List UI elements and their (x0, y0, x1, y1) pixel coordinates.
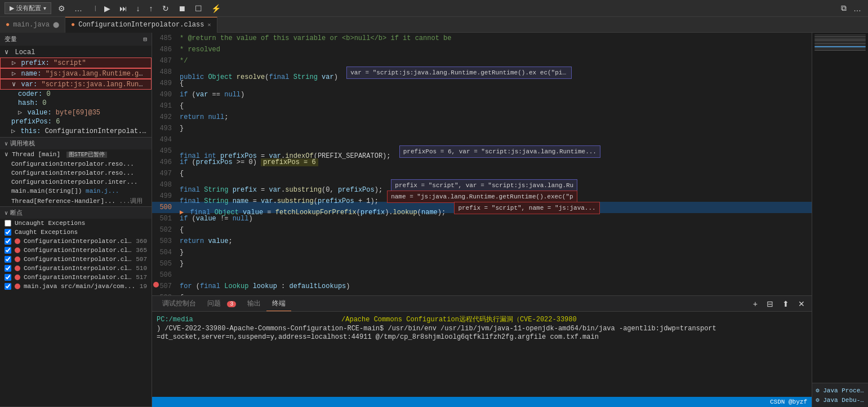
split-terminal-icon[interactable]: ⊟ (764, 298, 776, 309)
terminal-line-2: ) /CVE-2022-33980-Apache-Commons-Configu… (157, 325, 807, 333)
bp-item-0[interactable]: ConfigurationInterpolator.cl... 360 (0, 237, 152, 246)
restart-icon[interactable]: ↻ (160, 3, 171, 14)
toolbar-separator: | (94, 5, 97, 12)
debug-run-icon: ▶ (10, 5, 14, 12)
thread-item[interactable]: ∨ Thread [main] 图STEP已暂停 (0, 149, 152, 160)
local-section[interactable]: ∨ Local (0, 47, 152, 57)
line-502: 502 { (152, 224, 812, 236)
tab-config-class[interactable]: ● ConfigurationInterpolator.class ✕ (65, 17, 217, 33)
gear-icon[interactable]: ⚙ (56, 3, 68, 14)
stack-frame-1[interactable]: ConfigurationInterpolator.reso... (0, 169, 152, 178)
minimap-line (814, 39, 866, 41)
more-options-icon[interactable]: … (72, 3, 84, 14)
step-over-icon[interactable]: ⏭ (117, 3, 130, 14)
mute-breakpoints-icon[interactable]: ☐ (193, 3, 204, 14)
bp-check-3[interactable] (5, 265, 11, 272)
bp-item-2[interactable]: ConfigurationInterpolator.cl... 507 (0, 255, 152, 264)
java-debug-item-0[interactable]: ⚙ Java Debu---- (813, 395, 867, 405)
debug-val-500: prefix = "script", name = "js:java... (454, 202, 599, 214)
bp-item-1[interactable]: ConfigurationInterpolator.cl... 365 (0, 246, 152, 255)
var-hash[interactable]: hash: 0 (0, 99, 152, 108)
tab-dot-main: ● (6, 21, 10, 29)
var-coder[interactable]: coder: 0 (0, 90, 152, 99)
uncaught-checkbox[interactable] (5, 220, 11, 227)
terminal-content[interactable]: PC:/media /Apache Commons Configuration远… (152, 312, 812, 397)
terminal-label: 终端 (272, 300, 286, 308)
bp-check-2[interactable] (5, 256, 11, 263)
line-507: 507 for (final Lookup lookup : defaultLo… (152, 281, 812, 292)
new-terminal-icon[interactable]: + (751, 298, 760, 309)
step-into-icon[interactable]: ↓ (134, 3, 143, 14)
bp-line-0: 360 (136, 238, 147, 245)
bp-item-5[interactable]: main.java src/main/java/com... 19 (0, 282, 152, 291)
java-process-item-0[interactable]: ⚙ Java Proce---- (813, 386, 867, 395)
stop-icon[interactable]: ⏹ (176, 3, 188, 14)
left-panel: 变量 ⊟ ∨ Local ▷ prefix: "script" ▷ name: (0, 33, 152, 407)
tab-output[interactable]: 输出 (242, 297, 266, 311)
bp-check-0[interactable] (5, 238, 11, 245)
line-486: 486 * resolved (152, 44, 812, 55)
stack-frame-4[interactable]: Thread[Reference-Handler]... ...调用 (0, 196, 152, 206)
bp-line-2: 507 (136, 256, 147, 263)
line-501: 501 if (value != null) (152, 213, 812, 224)
code-view[interactable]: 485 * @return the value of this variable… (152, 33, 812, 295)
line-495: 495 final int prefixPos = var.indexOf(PR… (152, 145, 812, 157)
bp-item-4[interactable]: ConfigurationInterpolator.cl... 517 (0, 273, 152, 282)
minimap-line (814, 50, 866, 51)
var-value[interactable]: ▷ value: byte[69]@35 (0, 108, 152, 117)
bp-check-4[interactable] (5, 274, 11, 281)
bp-text-0: ConfigurationInterpolator.cl... (24, 238, 132, 245)
tab-close-config[interactable]: ✕ (207, 21, 211, 28)
callstack-section: ∨ 调用堆栈 ∨ Thread [main] 图STEP已暂停 Configur… (0, 138, 152, 207)
problems-badge: 3 (227, 301, 236, 307)
caught-exceptions[interactable]: Caught Exceptions (0, 228, 152, 237)
line-485: 485 * @return the value of this variable… (152, 33, 812, 44)
tab-problems[interactable]: 问题 3 (202, 297, 242, 311)
caught-checkbox[interactable] (5, 229, 11, 236)
code-lines: 485 * @return the value of this variable… (152, 33, 812, 295)
breakpoints-header[interactable]: ∨ 断点 (0, 207, 152, 219)
var-var[interactable]: ∨ var: "script:js:java.lang.Run..." (0, 79, 152, 90)
bp-item-3[interactable]: ConfigurationInterpolator.cl... 510 (0, 264, 152, 273)
collapse-vars-icon[interactable]: ⊟ (143, 36, 147, 43)
resume-icon[interactable]: ▶ (102, 3, 113, 14)
expand-value-icon: ▷ (18, 109, 22, 117)
bp-dot-4 (15, 275, 20, 280)
line-506: 506 (152, 269, 812, 281)
maximize-panel-icon[interactable]: ⬆ (780, 298, 791, 309)
minimap (812, 33, 868, 383)
uncaught-exceptions[interactable]: Uncaught Exceptions (0, 219, 152, 228)
stack-frame-3[interactable]: main.main(String[]) main.j... (0, 187, 152, 196)
minimap-line (814, 34, 866, 36)
bottom-tabs: 调试控制台 问题 3 输出 终端 + ⊟ ⬆ ✕ (152, 296, 812, 312)
close-panel-icon[interactable]: ✕ (796, 298, 807, 309)
line-505: 505 } (152, 258, 812, 269)
split-editor-icon[interactable]: ⧉ (839, 2, 849, 14)
tab-terminal[interactable]: 终端 (266, 297, 291, 311)
stack-frame-0[interactable]: ConfigurationInterpolator.reso... (0, 160, 152, 169)
callstack-header[interactable]: ∨ 调用堆栈 (0, 138, 152, 149)
bp-check-1[interactable] (5, 247, 11, 254)
run-config-btn[interactable]: ▶ 没有配置 ▾ (5, 2, 51, 14)
var-prefixpos[interactable]: prefixPos: 6 (0, 117, 152, 126)
var-prefix[interactable]: ▷ prefix: "script" (0, 57, 152, 68)
tab-main-java[interactable]: ● main.java ⬤ (0, 17, 65, 33)
bp-line-1: 365 (136, 247, 147, 254)
bp-check-5[interactable] (5, 283, 11, 290)
debug-val-498: prefix = "script", var = "script:js:java… (391, 179, 577, 192)
minimap-line (814, 41, 866, 42)
bp-indicator-507 (153, 282, 159, 287)
var-name[interactable]: ▷ name: "js:java.lang.Runtime.g..." (0, 68, 152, 79)
dropdown-arrow-icon: ▾ (43, 5, 46, 11)
var-this[interactable]: ▷ this: ConfigurationInterpolat... (0, 126, 152, 136)
debug-console-label: 调试控制台 (162, 300, 196, 308)
step-out-icon[interactable]: ↑ (147, 3, 155, 14)
lightning-icon[interactable]: ⚡ (209, 3, 223, 14)
minimap-line (814, 45, 866, 46)
variables-title: 变量 (5, 35, 17, 43)
bp-text-3: ConfigurationInterpolator.cl... (24, 265, 132, 272)
tab-debug-console[interactable]: 调试控制台 (157, 297, 202, 311)
stack-frame-2[interactable]: ConfigurationInterpolator.inter... (0, 178, 152, 187)
bp-line-5: 19 (140, 283, 147, 290)
more-toolbar-icon[interactable]: … (851, 2, 863, 14)
